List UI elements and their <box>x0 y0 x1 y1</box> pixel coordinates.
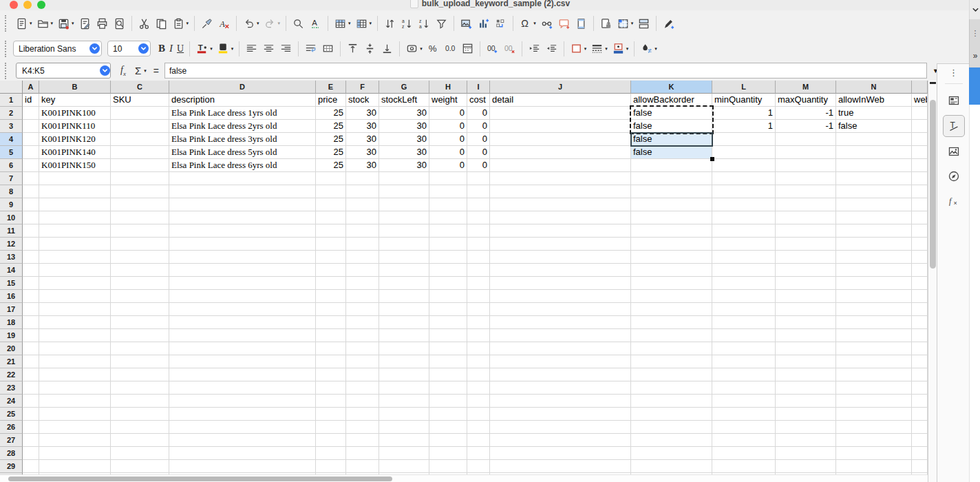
cell-D20[interactable] <box>169 342 316 355</box>
cell-J2[interactable] <box>490 107 631 120</box>
cell-C6[interactable] <box>111 159 169 172</box>
row-header-29[interactable]: 29 <box>0 460 23 473</box>
cell-L18[interactable] <box>712 316 776 329</box>
cell-E10[interactable] <box>316 211 346 224</box>
cell-F15[interactable] <box>346 277 379 290</box>
cell-B14[interactable] <box>39 264 111 277</box>
cell-I3[interactable]: 0 <box>467 120 490 133</box>
cell-I25[interactable] <box>467 408 490 421</box>
cell-G18[interactable] <box>379 316 429 329</box>
define-print-area-button[interactable] <box>598 14 614 33</box>
cell-E19[interactable] <box>316 329 346 342</box>
cell-H18[interactable] <box>429 316 467 329</box>
cell-C14[interactable] <box>111 264 169 277</box>
cell-G2[interactable]: 30 <box>379 107 429 120</box>
cell-B16[interactable] <box>39 290 111 303</box>
cell-G28[interactable] <box>379 447 429 460</box>
show-draw-functions-button[interactable] <box>661 14 677 33</box>
cell-A10[interactable] <box>23 211 39 224</box>
cell-B28[interactable] <box>39 447 111 460</box>
cell-F14[interactable] <box>346 264 379 277</box>
row-header-4[interactable]: 4 <box>0 133 23 146</box>
cell-C25[interactable] <box>111 408 169 421</box>
cell-B8[interactable] <box>39 185 111 198</box>
column-header-G[interactable]: G <box>379 81 429 94</box>
cell-F20[interactable] <box>346 342 379 355</box>
insert-rows-dropdown[interactable]: ▾ <box>348 21 351 26</box>
row-header-14[interactable]: 14 <box>0 264 23 277</box>
cell-I2[interactable]: 0 <box>467 107 490 120</box>
cell-F25[interactable] <box>346 408 379 421</box>
cell-O26[interactable] <box>912 421 928 434</box>
cell-D13[interactable] <box>169 251 316 264</box>
cell-N28[interactable] <box>836 447 912 460</box>
cell-H14[interactable] <box>429 264 467 277</box>
cell-F6[interactable]: 30 <box>346 159 379 172</box>
cell-I27[interactable] <box>467 434 490 447</box>
cell-D5[interactable]: Elsa Pink Lace dress 5yrs old <box>169 146 316 159</box>
borders-dropdown[interactable]: ▾ <box>584 46 587 52</box>
cell-M6[interactable] <box>776 159 836 172</box>
cell-E6[interactable]: 25 <box>316 159 346 172</box>
cell-J15[interactable] <box>490 277 631 290</box>
font-size-combo[interactable]: 10 <box>107 41 151 56</box>
insert-columns-dropdown[interactable]: ▾ <box>370 21 372 26</box>
cell-E21[interactable] <box>316 355 346 368</box>
cell-J7[interactable] <box>490 172 631 185</box>
gallery-deck-button[interactable] <box>944 141 964 162</box>
cell-K8[interactable] <box>631 185 712 198</box>
cell-A16[interactable] <box>23 290 39 303</box>
cell-C15[interactable] <box>111 277 169 290</box>
cell-A1[interactable]: id <box>23 94 39 107</box>
cell-B13[interactable] <box>39 251 111 264</box>
cell-E5[interactable]: 25 <box>316 146 346 159</box>
delete-decimal-button[interactable]: 00 <box>502 39 518 59</box>
cell-A2[interactable] <box>23 107 39 120</box>
cell-N18[interactable] <box>836 316 912 329</box>
column-header-H[interactable]: H <box>429 81 467 94</box>
format-currency-button[interactable]: ▾ <box>404 39 424 59</box>
format-date-button[interactable] <box>460 39 476 59</box>
cell-N3[interactable]: false <box>836 120 912 133</box>
cell-J21[interactable] <box>490 355 631 368</box>
center-vertically-button[interactable] <box>362 39 378 59</box>
cell-G26[interactable] <box>379 421 429 434</box>
split-handle[interactable] <box>930 82 936 84</box>
cell-A22[interactable] <box>23 368 39 381</box>
save-button[interactable]: ▾ <box>56 14 76 33</box>
special-character-button[interactable]: Ω▾ <box>518 14 537 33</box>
align-right-button[interactable] <box>278 39 294 59</box>
cell-G1[interactable]: stockLeft <box>379 94 429 107</box>
cell-B18[interactable] <box>39 316 111 329</box>
cell-H4[interactable]: 0 <box>429 133 467 146</box>
cell-M14[interactable] <box>776 264 836 277</box>
cell-O7[interactable] <box>912 172 928 185</box>
row-header-18[interactable]: 18 <box>0 316 23 329</box>
cell-H21[interactable] <box>429 355 467 368</box>
cell-M2[interactable]: -1 <box>776 107 836 120</box>
border-style-button[interactable]: ▾ <box>589 39 609 59</box>
cell-E14[interactable] <box>316 264 346 277</box>
cell-F7[interactable] <box>346 172 379 185</box>
underline-button[interactable]: U <box>175 39 185 59</box>
undo-dropdown[interactable]: ▾ <box>257 21 259 26</box>
paste-button[interactable]: ▾ <box>171 14 191 33</box>
cell-E4[interactable]: 25 <box>316 133 346 146</box>
cell-O5[interactable] <box>912 146 928 159</box>
cell-K11[interactable] <box>631 224 712 238</box>
cell-N17[interactable] <box>836 303 912 316</box>
cell-N21[interactable] <box>836 355 912 368</box>
cell-L20[interactable] <box>712 342 776 355</box>
clear-formatting-button[interactable]: A <box>216 14 232 33</box>
cell-N26[interactable] <box>836 421 912 434</box>
cell-J29[interactable] <box>490 460 631 473</box>
cell-I1[interactable]: cost <box>467 94 490 107</box>
cell-L3[interactable]: 1 <box>712 120 776 133</box>
cell-A15[interactable] <box>23 277 39 290</box>
cell-N20[interactable] <box>836 342 912 355</box>
column-header-partial[interactable] <box>912 81 928 94</box>
format-percent-button[interactable]: % <box>425 39 441 59</box>
cell-C20[interactable] <box>111 342 169 355</box>
merge-cells-button[interactable] <box>320 39 336 59</box>
export-pdf-button[interactable] <box>77 14 93 33</box>
